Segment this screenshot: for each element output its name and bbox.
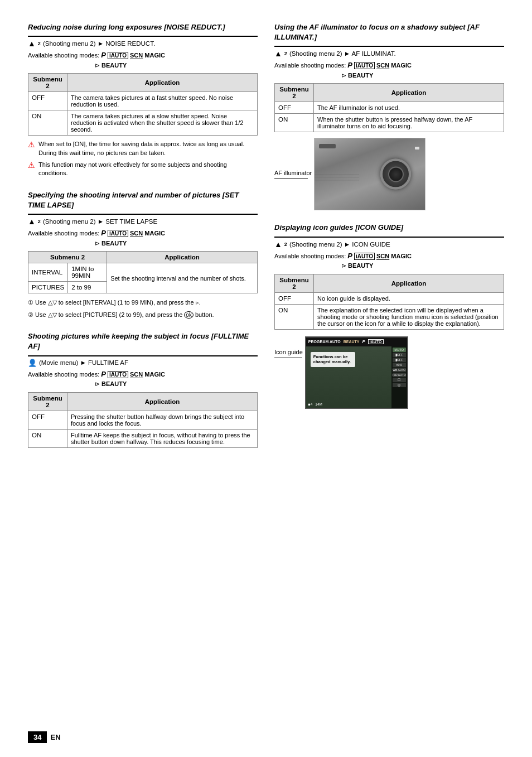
- igs-sidebar: iAUTO ▮OFF ▮OFF ±0.0 WB AUTO ISO AUTO ☐ …: [391, 346, 407, 408]
- faf-on: ON: [28, 429, 67, 447]
- mode-beauty-line-3: ⊳ BEAUTY: [95, 380, 127, 387]
- noise-reduct-section: Reducing noise during long exposures [NO…: [28, 22, 258, 178]
- set-time-lapse-section: Specifying the shooting interval and num…: [28, 190, 258, 319]
- igs-sidebar-item: WB AUTO: [393, 368, 406, 372]
- mode-scn: SCN: [130, 52, 143, 59]
- note-icon-2: ⚠: [28, 160, 35, 178]
- faf-app-off: Pressing the shutter button halfway down…: [67, 411, 258, 429]
- table-row: OFF No icon guide is displayed.: [275, 292, 504, 304]
- igs-popup: Functions can be changed manually.: [311, 352, 355, 368]
- col-header-application: Application: [67, 74, 258, 92]
- stl-step-1: ① Use △▽ to select [INTERVAL] (1 to 99 M…: [28, 298, 258, 307]
- mode-p-3: P: [101, 370, 106, 378]
- noise-reduct-table: Submenu 2 Application OFF The camera tak…: [28, 73, 258, 136]
- ig-off: OFF: [275, 292, 314, 304]
- col-header-app-r1: Application: [314, 84, 504, 102]
- set-time-lapse-menu-path: ▲2 (Shooting menu 2) ► SET TIME LAPSE: [28, 217, 258, 226]
- mode-scn-3: SCN: [130, 371, 143, 378]
- igs-sidebar-item: ◎: [393, 383, 406, 387]
- set-time-lapse-table: Submenu 2 Application INTERVAL 1MIN to 9…: [28, 251, 258, 293]
- igs-sidebar-item: ±0.0: [393, 363, 406, 367]
- menu-path-text-2: (Shooting menu 2) ► SET TIME LAPSE: [43, 218, 157, 225]
- note-1: ⚠ When set to [ON], the time for saving …: [28, 140, 258, 157]
- af-illuminat-section: Using the AF illuminator to focus on a s…: [274, 22, 504, 210]
- menu-path-text: (Shooting menu 2) ► NOISE REDUCT.: [43, 40, 155, 47]
- igs-sidebar-item: ☐: [393, 378, 406, 382]
- igs-fps: ■4: [308, 402, 313, 406]
- fulltime-af-modes: Available shooting modes: P iAUTO SCN MA…: [28, 369, 258, 389]
- menu-path-text-r1: (Shooting menu 2) ► AF ILLUMINAT.: [289, 50, 396, 57]
- page-number-area: 34 EN: [28, 731, 61, 743]
- ig-app-on: The explanation of the selected icon wil…: [314, 304, 504, 329]
- col-header-app-2: Application: [107, 252, 258, 263]
- col-header-submenu-2: Submenu 2: [28, 252, 107, 263]
- table-row: ON When the shutter button is pressed ha…: [275, 114, 504, 132]
- ig-app-off: No icon guide is displayed.: [314, 292, 504, 304]
- igs-sidebar-item: ISO AUTO: [393, 373, 406, 377]
- left-column: Reducing noise during long exposures [NO…: [28, 22, 258, 460]
- noise-reduct-modes: Available shooting modes: P iAUTO SCN MA…: [28, 50, 258, 70]
- igs-sidebar-item: iAUTO: [393, 348, 406, 352]
- mode-iauto-r1: iAUTO: [354, 62, 375, 69]
- stl-pictures: PICTURES: [28, 282, 68, 293]
- af-illuminat-title: Using the AF illuminator to focus on a s…: [274, 22, 504, 42]
- set-time-lapse-modes: Available shooting modes: P iAUTO SCN MA…: [28, 228, 258, 248]
- mode-magic: MAGIC: [144, 52, 165, 59]
- col-header-app-3: Application: [67, 392, 258, 411]
- af-illuminator-image-area: AF illuminator: [274, 138, 504, 210]
- right-column: Using the AF illuminator to focus on a s…: [274, 22, 504, 460]
- igs-main-area: Functions can be changed manually. ■4 14…: [306, 346, 391, 408]
- col-header-submenu-r2: Submenu 2: [275, 274, 314, 292]
- table-row: ON The camera takes pictures at a slow s…: [28, 110, 258, 136]
- ig-on: ON: [275, 304, 314, 329]
- af-label-line: [274, 179, 308, 179]
- set-time-lapse-table-wrapper: Submenu 2 Application INTERVAL 1MIN to 9…: [28, 251, 258, 293]
- af-label-area: AF illuminator: [274, 170, 312, 179]
- fulltime-af-title: Shooting pictures while keeping the subj…: [28, 331, 258, 351]
- fulltime-af-menu-path: 👤 (Movie menu) ► FULLTIME AF: [28, 359, 258, 367]
- col-header-submenu-3: Submenu 2: [28, 392, 67, 411]
- stl-interval: INTERVAL: [28, 263, 68, 282]
- icon-guide-image-area: Icon guide PROGRAM AUTO BEAUTY P iAUTO: [274, 336, 504, 409]
- camera-icon-r1: ▲: [274, 49, 282, 58]
- col-header-submenu-r1: Submenu 2: [275, 84, 314, 102]
- igs-p: P: [362, 339, 365, 344]
- faf-app-on: Fulltime AF keeps the subject in focus, …: [67, 429, 258, 447]
- af-camera-preview: [314, 138, 425, 210]
- app-on: The camera takes pictures at a slow shut…: [67, 110, 258, 136]
- igs-iauto: iAUTO: [368, 339, 384, 344]
- mode-p: P: [101, 51, 106, 59]
- ig-label-area: Icon guide: [274, 349, 303, 358]
- page-number: 34: [28, 731, 47, 743]
- icon-guide-title: Displaying icon guides [ICON GUIDE]: [274, 223, 504, 233]
- afi-app-on: When the shutter button is pressed halfw…: [314, 114, 504, 132]
- set-time-lapse-title: Specifying the shooting interval and num…: [28, 190, 258, 210]
- col-header-app-r2: Application: [314, 274, 504, 292]
- table-row: ON The explanation of the selected icon …: [275, 304, 504, 329]
- igs-body: Functions can be changed manually. ■4 14…: [306, 346, 407, 408]
- af-illuminat-menu-path: ▲2 (Shooting menu 2) ► AF ILLUMINAT.: [274, 49, 504, 58]
- icon-guide-screen: PROGRAM AUTO BEAUTY P iAUTO Functions ca…: [305, 336, 408, 409]
- mode-scn-r1: SCN: [376, 62, 389, 69]
- mode-iauto-r2: iAUTO: [354, 253, 375, 260]
- noise-reduct-title: Reducing noise during long exposures [NO…: [28, 22, 258, 32]
- icon-guide-menu-path: ▲2 (Shooting menu 2) ► ICON GUIDE: [274, 240, 504, 249]
- afi-off: OFF: [275, 102, 314, 114]
- mode-iauto-3: iAUTO: [108, 371, 128, 378]
- mode-scn-r2: SCN: [376, 253, 389, 259]
- fulltime-af-table: Submenu 2 Application OFF Pressing the s…: [28, 392, 258, 448]
- submenu-on: ON: [28, 110, 67, 136]
- icon-guide-section: Displaying icon guides [ICON GUIDE] ▲2 (…: [274, 223, 504, 408]
- igs-sidebar-item: ▮OFF: [393, 358, 406, 362]
- af-illuminat-table: Submenu 2 Application OFF The AF illumin…: [274, 83, 504, 132]
- stl-app: Set the shooting interval and the number…: [107, 263, 258, 293]
- noise-reduct-menu-path: ▲2 (Shooting menu 2) ► NOISE REDUCT.: [28, 39, 258, 48]
- app-off: The camera takes pictures at a fast shut…: [67, 92, 258, 110]
- mode-magic-r1: MAGIC: [391, 62, 412, 69]
- mode-scn-2: SCN: [130, 230, 143, 237]
- igs-sidebar-item: ▮OFF: [393, 353, 406, 357]
- af-illuminator-label: AF illuminator: [274, 170, 312, 176]
- camera-icon: ▲: [28, 39, 36, 48]
- igs-beauty: BEAUTY: [344, 340, 360, 344]
- note-text-2: This function may not work effectively f…: [38, 161, 258, 178]
